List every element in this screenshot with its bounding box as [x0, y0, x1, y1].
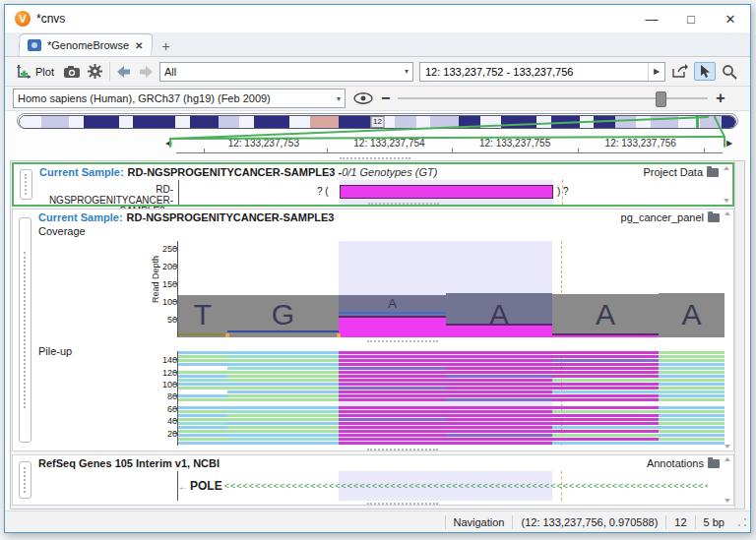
track-mini-scroll[interactable] [724, 457, 731, 503]
location-input[interactable]: 12: 133,237,752 - 133,237,756 ▶ [419, 62, 665, 82]
track-mini-scroll[interactable] [724, 211, 731, 449]
visibility-eye-icon[interactable] [353, 92, 373, 104]
chromosome-row: 12 [5, 111, 750, 132]
folder-icon [708, 213, 720, 222]
pan-left-arrow[interactable]: ◀ [165, 139, 171, 148]
export-view-icon[interactable] [671, 64, 688, 79]
reference-base-letter: T [178, 300, 227, 330]
track-resize-grip[interactable] [367, 503, 438, 505]
location-value: 12: 133,237,752 - 133,237,756 [425, 66, 573, 78]
track-refseq-genes[interactable]: RefSeq Genes 105 Interim v1, NCBI Annota… [12, 454, 734, 506]
pileup-plot[interactable]: 20406080100120140 [178, 351, 724, 446]
vertical-scrollbar[interactable] [734, 161, 744, 509]
chromosome-panel[interactable]: 12 [17, 113, 738, 129]
plot-axes-icon [16, 64, 32, 80]
source-label: Annotations [647, 457, 704, 469]
ruler-row: ◀ ▶ 12: 133,237,75312: 133,237,75412: 13… [5, 132, 750, 160]
track-drag-handle[interactable] [19, 217, 32, 443]
track-genotypes[interactable]: Current Sample: RD-NGSPROGENITYCANCER-SA… [12, 162, 734, 207]
tracks-viewport: Current Sample: RD-NGSPROGENITYCANCER-SA… [10, 160, 745, 510]
genotype-left-endpoint: ? ( [317, 186, 329, 197]
window-title: *cnvs [36, 12, 65, 26]
track-sample-alignment[interactable]: Current Sample: RD-NGSPROGENITYCANCER-SA… [12, 209, 734, 451]
genome-assembly-dropdown[interactable]: Homo sapiens (Human), GRCh37 (hg19) (Feb… [13, 89, 346, 108]
back-arrow-button[interactable] [116, 65, 132, 79]
scope-dropdown[interactable]: All ▾ [159, 62, 413, 82]
zoom-slider[interactable] [398, 89, 708, 108]
track-resize-grip[interactable] [368, 203, 439, 205]
chevron-down-icon: ▾ [337, 94, 341, 103]
y-axis-tick-label: 100 [162, 380, 177, 390]
genotype-subtitle: 0/1 Genotypes (GT) [342, 166, 437, 178]
tab-close-icon[interactable]: ✕ [135, 40, 143, 51]
screen: V *cnvs — □ ✕ *GenomeBrowse ✕ + [0, 0, 756, 540]
y-axis-tick-label: 60 [167, 404, 177, 414]
plot-axis-line [178, 180, 179, 205]
scope-dropdown-value: All [164, 66, 176, 78]
toolbar-separator [109, 62, 110, 82]
gene-name[interactable]: POLE [190, 479, 222, 493]
tab-label: *GenomeBrowse [47, 39, 129, 51]
reference-base-letter: A [446, 300, 552, 330]
reference-base-letter: A [339, 297, 446, 310]
sample-name: RD-NGSPROGENITYCANCER-SAMPLE3 [127, 211, 335, 223]
zoom-in-button[interactable]: + [716, 90, 724, 107]
go-button[interactable]: ▶ [648, 63, 664, 81]
forward-arrow-button[interactable] [138, 65, 154, 79]
app-icon: V [15, 11, 31, 27]
ruler-label: 12: 133,237,753 [228, 138, 299, 149]
y-axis-tick-label: 200 [162, 262, 177, 271]
genomebrowse-tab-icon [28, 39, 41, 51]
y-axis-tick-label: 120 [162, 368, 177, 378]
chevron-down-icon: ▾ [405, 67, 409, 76]
tab-genomebrowse[interactable]: *GenomeBrowse ✕ [18, 33, 153, 56]
track-mini-scroll[interactable] [723, 166, 730, 203]
ruler-label: 12: 133,237,756 [605, 138, 676, 149]
pan-right-arrow[interactable]: ▶ [726, 139, 732, 148]
folder-icon [708, 459, 720, 468]
source-label: pg_cancer_panel [621, 211, 704, 223]
current-sample-label: Current Sample: [39, 166, 124, 178]
y-axis-tick-label: 250 [162, 244, 177, 254]
minimize-button[interactable]: — [632, 5, 671, 32]
coverage-section-label: Coverage [38, 225, 86, 237]
genotype-plot[interactable]: ? ( ) ? [179, 180, 725, 205]
settings-gear-icon[interactable] [87, 63, 103, 80]
window-resize-grip[interactable] [736, 516, 748, 528]
section-resize-grip[interactable] [367, 340, 438, 342]
tab-bar: *GenomeBrowse ✕ + [5, 32, 750, 57]
source-label: Project Data [643, 166, 703, 178]
y-axis-tick-label: 140 [162, 355, 177, 365]
track-drag-handle[interactable] [19, 461, 32, 499]
y-axis-tick-label: 150 [162, 279, 177, 289]
new-tab-button[interactable]: + [162, 38, 170, 56]
y-axis-tick-label: 40 [167, 416, 177, 426]
track-drag-handle[interactable] [20, 169, 32, 200]
camera-icon[interactable] [63, 65, 81, 79]
pointer-tool-button[interactable] [694, 62, 716, 81]
y-axis-tick-label: 20 [167, 429, 177, 439]
track-resize-grip[interactable] [367, 449, 438, 450]
genome-row: Homo sapiens (Human), GRCh37 (hg19) (Feb… [5, 87, 750, 111]
maximize-button[interactable]: □ [671, 5, 711, 32]
zoom-tool-icon[interactable] [722, 64, 737, 80]
reference-base-letter: A [552, 300, 659, 330]
zoom-out-button[interactable]: − [381, 90, 390, 107]
chromosome-label: 12 [370, 116, 385, 128]
coordinate-ruler[interactable]: 12: 133,237,75312: 133,237,75412: 133,23… [176, 132, 723, 160]
ruler-resize-grip[interactable] [340, 157, 410, 159]
title-bar: V *cnvs — □ ✕ [5, 5, 750, 32]
y-axis-tick-label: 100 [162, 297, 177, 307]
main-toolbar: Plot All ▾ 12 [5, 57, 750, 87]
close-button[interactable]: ✕ [711, 5, 750, 32]
status-span: 5 bp [695, 515, 732, 529]
gene-row[interactable]: ← POLE <<<<<<<<<<<<<<<<<<<<<<<<<<<<<<<<<… [178, 479, 708, 493]
current-sample-label: Current Sample: [38, 211, 123, 223]
cursor-arrow-icon [699, 64, 711, 79]
refseq-title: RefSeq Genes 105 Interim v1, NCBI [38, 457, 220, 469]
zoom-slider-handle[interactable] [656, 91, 666, 107]
ruler-label: 12: 133,237,754 [353, 138, 424, 149]
plot-button[interactable]: Plot [13, 62, 57, 82]
coverage-plot[interactable]: TGAAAA50100150200250 [178, 241, 724, 337]
sample-name: RD-NGSPROGENITYCANCER-SAMPLE3 - [128, 166, 343, 178]
